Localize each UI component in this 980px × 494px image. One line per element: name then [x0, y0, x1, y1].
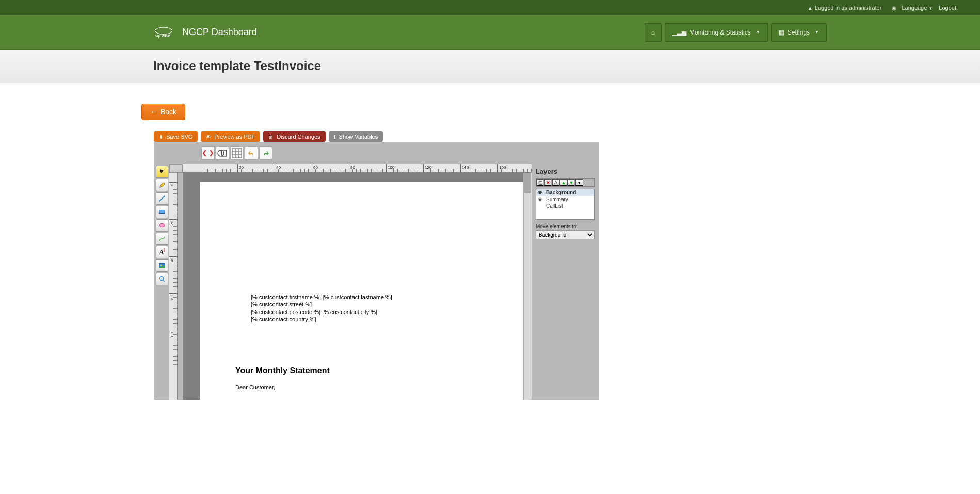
- image-tool[interactable]: [156, 259, 168, 272]
- canvas-area: 20406080100120140160180 020406080 [% cus…: [169, 164, 532, 400]
- layer-list: 👁Background 👁Summary CallList: [536, 189, 595, 220]
- grid-icon: ▦: [779, 29, 784, 36]
- pencil-tool[interactable]: [156, 179, 168, 191]
- editor-toolbar: [154, 142, 599, 164]
- layer-down-button[interactable]: ▼: [567, 179, 575, 186]
- source-button[interactable]: [201, 146, 215, 160]
- layers-title: Layers: [536, 168, 595, 175]
- layer-row[interactable]: 👁Background: [536, 189, 594, 196]
- page-title: Invoice template TestInvoice: [153, 59, 980, 73]
- layer-row[interactable]: CallList: [536, 203, 594, 209]
- user-icon: ▲: [808, 5, 813, 11]
- zoom-tool[interactable]: [156, 273, 168, 285]
- stats-icon: ▁▃▅: [672, 29, 686, 36]
- text-tool[interactable]: A|: [156, 246, 168, 258]
- new-layer-button[interactable]: ▢: [536, 179, 544, 186]
- svg-point-2: [218, 150, 224, 156]
- editor-body: A| 20406080100120140160180 020406080 [% …: [154, 164, 599, 400]
- save-svg-button[interactable]: ⬇Save SVG: [154, 131, 198, 142]
- nav-buttons: ⌂ ▁▃▅Monitoring & Statistics▼ ▦Settings▼: [645, 23, 827, 42]
- addr-line-4: [% custcontact.country %]: [251, 316, 392, 323]
- info-icon: ℹ: [334, 134, 336, 140]
- logged-in-text: Logged in as administrator: [815, 5, 882, 11]
- chevron-down-icon: ▼: [815, 30, 819, 35]
- eye-icon[interactable]: 👁: [538, 197, 544, 202]
- layer-up-button[interactable]: ▲: [559, 179, 567, 186]
- layers-panel: Layers ▢ ✕ A ▲ ▼ ▾ 👁Background 👁Summary …: [532, 164, 599, 400]
- home-button[interactable]: ⌂: [645, 23, 662, 42]
- layer-more-button[interactable]: ▾: [575, 179, 583, 186]
- brand: sip:wise NGCP Dashboard: [153, 26, 257, 39]
- addr-line-3: [% custcontact.postcode %] [% custcontac…: [251, 308, 392, 316]
- content-area: ←Back ⬇Save SVG 👁Preview as PDF 🗑Discard…: [0, 83, 599, 400]
- discard-button[interactable]: 🗑Discard Changes: [263, 131, 325, 142]
- show-variables-button[interactable]: ℹShow Variables: [329, 131, 383, 142]
- eye-icon: 👁: [206, 134, 211, 140]
- layer-row[interactable]: 👁Summary: [536, 196, 594, 203]
- logout-link[interactable]: Logout: [939, 5, 956, 11]
- arrow-left-icon: ←: [150, 108, 157, 116]
- layer-buttons: ▢ ✕ A ▲ ▼ ▾: [536, 178, 595, 187]
- download-icon: ⬇: [159, 134, 163, 140]
- grid-button[interactable]: [230, 146, 244, 160]
- tool-panel: A|: [155, 164, 169, 400]
- wireframe-button[interactable]: [216, 146, 229, 160]
- address-left-block: [% custcontact.firstname %] [% custconta…: [251, 293, 392, 323]
- statement-greeting: Dear Customer,: [235, 384, 275, 390]
- undo-button[interactable]: [245, 146, 258, 160]
- svg-point-10: [160, 277, 164, 281]
- svg-point-9: [160, 265, 162, 266]
- ruler-horizontal: 20406080100120140160180: [183, 164, 532, 173]
- rect-tool[interactable]: [156, 206, 168, 218]
- brand-title: NGCP Dashboard: [182, 27, 257, 38]
- move-label: Move elements to:: [536, 224, 595, 229]
- line-tool[interactable]: [156, 192, 168, 205]
- svg-rect-6: [159, 210, 165, 214]
- canvas-viewport[interactable]: [% custcontact.firstname %] [% custconta…: [183, 173, 523, 400]
- svg-text:sip:wise: sip:wise: [155, 33, 170, 38]
- globe-icon: ◉: [892, 5, 896, 11]
- rename-layer-button[interactable]: A: [552, 179, 559, 186]
- scrollbar-thumb[interactable]: [524, 173, 531, 193]
- back-button[interactable]: ←Back: [141, 104, 185, 120]
- sipwise-logo: sip:wise: [153, 26, 179, 39]
- addr-line-2: [% custcontact.street %]: [251, 301, 392, 308]
- action-bar: ⬇Save SVG 👁Preview as PDF 🗑Discard Chang…: [154, 131, 599, 142]
- language-menu[interactable]: Language ▼: [902, 5, 933, 11]
- redo-button[interactable]: [259, 146, 272, 160]
- preview-pdf-button[interactable]: 👁Preview as PDF: [201, 131, 260, 142]
- home-icon: ⌂: [651, 29, 655, 36]
- svg-point-5: [164, 195, 165, 197]
- delete-layer-button[interactable]: ✕: [544, 179, 552, 186]
- select-tool[interactable]: [156, 166, 168, 178]
- svg-point-7: [159, 224, 165, 227]
- move-layer-select[interactable]: Background: [536, 230, 595, 239]
- chevron-down-icon: ▼: [756, 30, 760, 35]
- page-header: Invoice template TestInvoice: [0, 50, 980, 83]
- statement-title: Your Monthly Statement: [235, 366, 330, 375]
- path-tool[interactable]: [156, 233, 168, 245]
- addr-line-1: [% custcontact.firstname %] [% custconta…: [251, 293, 392, 301]
- top-bar: ▲ Logged in as administrator ◉ Language …: [0, 0, 980, 15]
- trash-icon: 🗑: [268, 134, 274, 140]
- main-nav-bar: sip:wise NGCP Dashboard ⌂ ▁▃▅Monitoring …: [0, 15, 980, 50]
- ruler-corner: [169, 164, 183, 173]
- ruler-vertical: 020406080: [169, 173, 178, 400]
- eye-icon[interactable]: 👁: [538, 190, 544, 195]
- svg-point-4: [159, 200, 160, 202]
- svg-editor: A| 20406080100120140160180 020406080 [% …: [154, 142, 599, 400]
- svg-page[interactable]: [% custcontact.firstname %] [% custconta…: [200, 182, 523, 400]
- vertical-scrollbar[interactable]: [523, 173, 532, 400]
- monitoring-menu[interactable]: ▁▃▅Monitoring & Statistics▼: [665, 23, 768, 42]
- ellipse-tool[interactable]: [156, 219, 168, 232]
- settings-menu[interactable]: ▦Settings▼: [771, 23, 827, 42]
